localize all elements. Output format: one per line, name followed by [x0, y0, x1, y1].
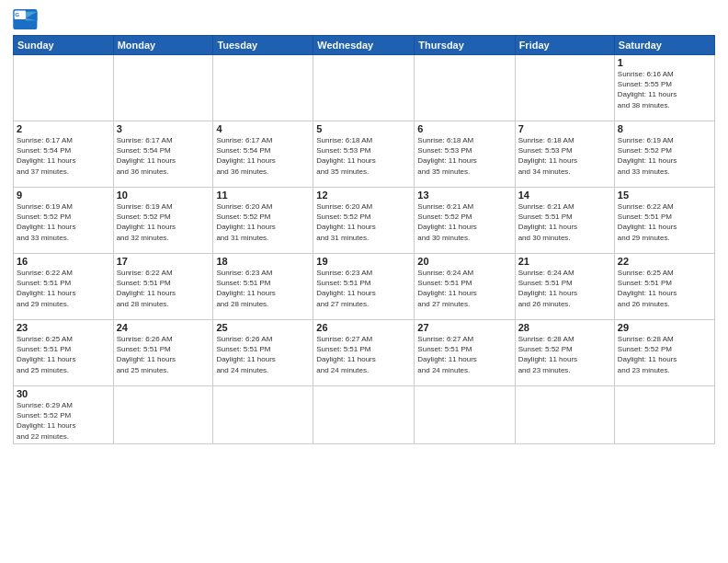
- calendar-day-header: Tuesday: [213, 36, 313, 55]
- calendar-cell: [14, 55, 114, 121]
- calendar-day-header: Sunday: [14, 36, 114, 55]
- day-info: Sunrise: 6:22 AM Sunset: 5:51 PM Dayligh…: [117, 268, 210, 309]
- calendar-cell: 10Sunrise: 6:19 AM Sunset: 5:52 PM Dayli…: [113, 188, 213, 254]
- day-info: Sunrise: 6:26 AM Sunset: 5:51 PM Dayligh…: [117, 334, 210, 375]
- day-number: 16: [17, 256, 110, 267]
- calendar-cell: 20Sunrise: 6:24 AM Sunset: 5:51 PM Dayli…: [415, 254, 515, 320]
- calendar-day-header: Wednesday: [313, 36, 415, 55]
- day-info: Sunrise: 6:19 AM Sunset: 5:52 PM Dayligh…: [17, 201, 110, 243]
- day-number: 2: [17, 123, 110, 134]
- day-info: Sunrise: 6:16 AM Sunset: 5:55 PM Dayligh…: [618, 69, 711, 110]
- calendar-cell: 24Sunrise: 6:26 AM Sunset: 5:51 PM Dayli…: [113, 320, 213, 386]
- calendar-week-row: 30Sunrise: 6:29 AM Sunset: 5:52 PM Dayli…: [14, 386, 715, 444]
- calendar-cell: [515, 386, 614, 444]
- day-info: Sunrise: 6:17 AM Sunset: 5:54 PM Dayligh…: [17, 135, 110, 177]
- day-number: 8: [618, 123, 711, 134]
- day-number: 3: [117, 123, 210, 134]
- day-number: 30: [17, 388, 110, 399]
- day-info: Sunrise: 6:19 AM Sunset: 5:52 PM Dayligh…: [618, 135, 711, 177]
- calendar-cell: [415, 386, 515, 444]
- calendar-cell: 30Sunrise: 6:29 AM Sunset: 5:52 PM Dayli…: [14, 386, 114, 444]
- calendar-cell: [313, 55, 415, 121]
- calendar-cell: 18Sunrise: 6:23 AM Sunset: 5:51 PM Dayli…: [213, 254, 313, 320]
- calendar-cell: 14Sunrise: 6:21 AM Sunset: 5:51 PM Dayli…: [515, 188, 614, 254]
- calendar-cell: 17Sunrise: 6:22 AM Sunset: 5:51 PM Dayli…: [113, 254, 213, 320]
- page-header: G: [13, 9, 715, 29]
- day-info: Sunrise: 6:21 AM Sunset: 5:52 PM Dayligh…: [417, 201, 511, 243]
- day-info: Sunrise: 6:25 AM Sunset: 5:51 PM Dayligh…: [17, 334, 110, 375]
- day-number: 4: [216, 123, 310, 134]
- calendar-cell: [113, 386, 213, 444]
- calendar-cell: 7Sunrise: 6:18 AM Sunset: 5:53 PM Daylig…: [515, 121, 614, 188]
- calendar-cell: 12Sunrise: 6:20 AM Sunset: 5:52 PM Dayli…: [313, 188, 415, 254]
- day-info: Sunrise: 6:23 AM Sunset: 5:51 PM Dayligh…: [316, 268, 411, 309]
- calendar-table: SundayMondayTuesdayWednesdayThursdayFrid…: [13, 35, 715, 444]
- calendar-cell: 22Sunrise: 6:25 AM Sunset: 5:51 PM Dayli…: [614, 254, 714, 320]
- day-number: 1: [618, 57, 711, 68]
- day-info: Sunrise: 6:23 AM Sunset: 5:51 PM Dayligh…: [216, 268, 310, 309]
- calendar-day-header: Thursday: [415, 36, 515, 55]
- day-number: 14: [518, 190, 611, 201]
- calendar-cell: 29Sunrise: 6:28 AM Sunset: 5:52 PM Dayli…: [614, 320, 714, 386]
- calendar-cell: 23Sunrise: 6:25 AM Sunset: 5:51 PM Dayli…: [14, 320, 114, 386]
- day-number: 21: [518, 256, 611, 267]
- day-number: 25: [216, 322, 310, 333]
- calendar-cell: 6Sunrise: 6:18 AM Sunset: 5:53 PM Daylig…: [415, 121, 515, 188]
- day-info: Sunrise: 6:24 AM Sunset: 5:51 PM Dayligh…: [518, 268, 611, 309]
- day-info: Sunrise: 6:27 AM Sunset: 5:51 PM Dayligh…: [417, 334, 511, 375]
- day-number: 22: [618, 256, 711, 267]
- calendar-cell: 2Sunrise: 6:17 AM Sunset: 5:54 PM Daylig…: [14, 121, 114, 188]
- day-info: Sunrise: 6:26 AM Sunset: 5:51 PM Dayligh…: [216, 334, 310, 375]
- day-info: Sunrise: 6:21 AM Sunset: 5:51 PM Dayligh…: [518, 201, 611, 243]
- day-number: 18: [216, 256, 310, 267]
- day-number: 29: [618, 322, 711, 333]
- calendar-cell: [313, 386, 415, 444]
- day-info: Sunrise: 6:18 AM Sunset: 5:53 PM Dayligh…: [316, 135, 411, 177]
- day-number: 5: [316, 123, 411, 134]
- day-info: Sunrise: 6:17 AM Sunset: 5:54 PM Dayligh…: [216, 135, 310, 177]
- day-number: 12: [316, 190, 411, 201]
- calendar-day-header: Saturday: [614, 36, 714, 55]
- day-info: Sunrise: 6:28 AM Sunset: 5:52 PM Dayligh…: [518, 334, 611, 375]
- calendar-day-header: Friday: [515, 36, 614, 55]
- day-number: 28: [518, 322, 611, 333]
- calendar-cell: 8Sunrise: 6:19 AM Sunset: 5:52 PM Daylig…: [614, 121, 714, 188]
- day-info: Sunrise: 6:24 AM Sunset: 5:51 PM Dayligh…: [417, 268, 511, 309]
- calendar-cell: [415, 55, 515, 121]
- calendar-cell: [113, 55, 213, 121]
- day-number: 7: [518, 123, 611, 134]
- calendar-cell: [614, 386, 714, 444]
- day-info: Sunrise: 6:20 AM Sunset: 5:52 PM Dayligh…: [316, 201, 411, 243]
- calendar-cell: 25Sunrise: 6:26 AM Sunset: 5:51 PM Dayli…: [213, 320, 313, 386]
- day-info: Sunrise: 6:29 AM Sunset: 5:52 PM Dayligh…: [17, 400, 110, 442]
- calendar-day-header: Monday: [113, 36, 213, 55]
- calendar-cell: 9Sunrise: 6:19 AM Sunset: 5:52 PM Daylig…: [14, 188, 114, 254]
- calendar-cell: 16Sunrise: 6:22 AM Sunset: 5:51 PM Dayli…: [14, 254, 114, 320]
- calendar-cell: 15Sunrise: 6:22 AM Sunset: 5:51 PM Dayli…: [614, 188, 714, 254]
- day-number: 13: [417, 190, 511, 201]
- day-number: 10: [117, 190, 210, 201]
- day-number: 27: [417, 322, 511, 333]
- day-number: 6: [417, 123, 511, 134]
- calendar-cell: 28Sunrise: 6:28 AM Sunset: 5:52 PM Dayli…: [515, 320, 614, 386]
- calendar-week-row: 2Sunrise: 6:17 AM Sunset: 5:54 PM Daylig…: [14, 121, 715, 188]
- calendar-week-row: 16Sunrise: 6:22 AM Sunset: 5:51 PM Dayli…: [14, 254, 715, 320]
- day-info: Sunrise: 6:18 AM Sunset: 5:53 PM Dayligh…: [417, 135, 511, 177]
- calendar-week-row: 9Sunrise: 6:19 AM Sunset: 5:52 PM Daylig…: [14, 188, 715, 254]
- calendar-cell: 21Sunrise: 6:24 AM Sunset: 5:51 PM Dayli…: [515, 254, 614, 320]
- calendar-cell: 27Sunrise: 6:27 AM Sunset: 5:51 PM Dayli…: [415, 320, 515, 386]
- calendar-cell: 3Sunrise: 6:17 AM Sunset: 5:54 PM Daylig…: [113, 121, 213, 188]
- logo: G: [13, 9, 42, 29]
- svg-text:G: G: [15, 11, 19, 17]
- day-number: 17: [117, 256, 210, 267]
- calendar-cell: [213, 55, 313, 121]
- day-number: 19: [316, 256, 411, 267]
- calendar-cell: 5Sunrise: 6:18 AM Sunset: 5:53 PM Daylig…: [313, 121, 415, 188]
- calendar-week-row: 23Sunrise: 6:25 AM Sunset: 5:51 PM Dayli…: [14, 320, 715, 386]
- day-info: Sunrise: 6:27 AM Sunset: 5:51 PM Dayligh…: [316, 334, 411, 375]
- day-info: Sunrise: 6:17 AM Sunset: 5:54 PM Dayligh…: [117, 135, 210, 177]
- day-info: Sunrise: 6:28 AM Sunset: 5:52 PM Dayligh…: [618, 334, 711, 375]
- day-info: Sunrise: 6:19 AM Sunset: 5:52 PM Dayligh…: [117, 201, 210, 243]
- calendar-cell: 26Sunrise: 6:27 AM Sunset: 5:51 PM Dayli…: [313, 320, 415, 386]
- calendar-header-row: SundayMondayTuesdayWednesdayThursdayFrid…: [14, 36, 715, 55]
